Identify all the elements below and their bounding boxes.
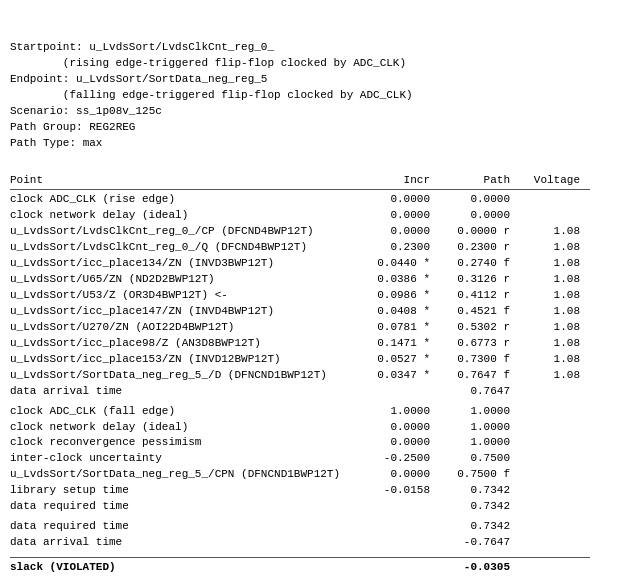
startpoint-detail: (rising edge-triggered flip-flop clocked…	[10, 57, 406, 69]
cell-path: -0.7647	[440, 535, 520, 551]
table-row: clock network delay (ideal)0.00001.0000	[10, 420, 622, 436]
cell-point: data required time	[10, 519, 350, 535]
col-point-header: Point	[10, 174, 350, 186]
cell-point: library setup time	[10, 483, 350, 499]
table-row: u_LvdsSort/LvdsClkCnt_reg_0_/CP (DFCND4B…	[10, 224, 622, 240]
table-row: clock ADC_CLK (fall edge)1.00001.0000	[10, 404, 622, 420]
cell-point: u_LvdsSort/U270/ZN (AOI22D4BWP12T)	[10, 320, 350, 336]
cell-incr: 0.0408 *	[350, 304, 440, 320]
cell-path: 0.7342	[440, 483, 520, 499]
path-type-value: max	[83, 137, 103, 149]
cell-incr	[350, 499, 440, 515]
cell-voltage	[520, 420, 580, 436]
cell-point: u_LvdsSort/SortData_neg_reg_5_/D (DFNCND…	[10, 368, 350, 384]
scenario-label: Scenario:	[10, 105, 69, 117]
cell-path: 0.7342	[440, 519, 520, 535]
table-row: u_LvdsSort/icc_place153/ZN (INVD12BWP12T…	[10, 352, 622, 368]
cell-path: 0.7500 f	[440, 467, 520, 483]
cell-path: 0.0000	[440, 208, 520, 224]
startpoint-label: Startpoint:	[10, 41, 83, 53]
table-row: u_LvdsSort/U65/ZN (ND2D2BWP12T)0.0386 *0…	[10, 272, 622, 288]
table-row: u_LvdsSort/U270/ZN (AOI22D4BWP12T)0.0781…	[10, 320, 622, 336]
cell-path: 0.7342	[440, 499, 520, 515]
cell-path: 0.7500	[440, 451, 520, 467]
table-row: u_LvdsSort/icc_place134/ZN (INVD3BWP12T)…	[10, 256, 622, 272]
endpoint-value: u_LvdsSort/SortData_neg_reg_5	[76, 73, 267, 85]
cell-incr: 0.0000	[350, 208, 440, 224]
cell-point: clock network delay (ideal)	[10, 208, 350, 224]
cell-voltage: 1.08	[520, 368, 580, 384]
table-row: clock reconvergence pessimism0.00001.000…	[10, 435, 622, 451]
cell-point: data required time	[10, 499, 350, 515]
table-row: clock network delay (ideal)0.00000.0000	[10, 208, 622, 224]
table-row: u_LvdsSort/SortData_neg_reg_5_/D (DFNCND…	[10, 368, 622, 384]
cell-voltage: 1.08	[520, 304, 580, 320]
cell-voltage: 1.08	[520, 272, 580, 288]
cell-path: 0.0000	[440, 192, 520, 208]
cell-voltage: 1.08	[520, 320, 580, 336]
cell-voltage: 1.08	[520, 352, 580, 368]
cell-incr	[350, 535, 440, 551]
cell-point: data arrival time	[10, 384, 350, 400]
cell-voltage: 1.08	[520, 336, 580, 352]
scenario-val: ss_1p08v_125c	[76, 105, 162, 117]
cell-incr	[350, 519, 440, 535]
col-incr-header: Incr	[350, 174, 440, 186]
row-spacer	[10, 551, 622, 555]
col-path-header: Path	[440, 174, 520, 186]
path-group-label: Path Group:	[10, 121, 83, 133]
cell-incr: 0.0347 *	[350, 368, 440, 384]
endpoint-label: Endpoint:	[10, 73, 69, 85]
cell-incr: 0.0386 *	[350, 272, 440, 288]
cell-incr: 0.0986 *	[350, 288, 440, 304]
slack-row: slack (VIOLATED) -0.0305	[10, 560, 622, 574]
cell-incr: 0.2300	[350, 240, 440, 256]
slack-incr	[350, 561, 440, 573]
cell-path: 0.2300 r	[440, 240, 520, 256]
cell-voltage	[520, 435, 580, 451]
cell-voltage	[520, 535, 580, 551]
cell-path: 0.3126 r	[440, 272, 520, 288]
cell-point: data arrival time	[10, 535, 350, 551]
cell-incr: 0.0000	[350, 435, 440, 451]
table-row: u_LvdsSort/SortData_neg_reg_5_/CPN (DFNC…	[10, 467, 622, 483]
cell-path: 0.7300 f	[440, 352, 520, 368]
slack-label: slack (VIOLATED)	[10, 561, 350, 573]
divider-bottom	[10, 557, 590, 558]
cell-point: u_LvdsSort/LvdsClkCnt_reg_0_/CP (DFCND4B…	[10, 224, 350, 240]
cell-incr	[350, 384, 440, 400]
table-row: library setup time-0.01580.7342	[10, 483, 622, 499]
cell-voltage: 1.08	[520, 240, 580, 256]
cell-incr: 0.1471 *	[350, 336, 440, 352]
cell-voltage	[520, 208, 580, 224]
cell-point: u_LvdsSort/SortData_neg_reg_5_/CPN (DFNC…	[10, 467, 350, 483]
cell-voltage	[520, 404, 580, 420]
cell-voltage	[520, 451, 580, 467]
table-row: data required time0.7342	[10, 519, 622, 535]
cell-point: clock ADC_CLK (fall edge)	[10, 404, 350, 420]
table-row: u_LvdsSort/icc_place98/Z (AN3D8BWP12T)0.…	[10, 336, 622, 352]
cell-path: 1.0000	[440, 435, 520, 451]
cell-incr: -0.2500	[350, 451, 440, 467]
cell-voltage	[520, 483, 580, 499]
cell-path: 0.2740 f	[440, 256, 520, 272]
cell-path: 0.0000 r	[440, 224, 520, 240]
table-header: Point Incr Path Voltage	[10, 173, 622, 187]
cell-point: inter-clock uncertainty	[10, 451, 350, 467]
col-voltage-header: Voltage	[520, 174, 580, 186]
header-section: Startpoint: u_LvdsSort/LvdsClkCnt_reg_0_…	[10, 24, 622, 152]
cell-point: u_LvdsSort/icc_place147/ZN (INVD4BWP12T)	[10, 304, 350, 320]
cell-point: u_LvdsSort/icc_place98/Z (AN3D8BWP12T)	[10, 336, 350, 352]
cell-incr: 0.0527 *	[350, 352, 440, 368]
table-row: clock ADC_CLK (rise edge)0.00000.0000	[10, 192, 622, 208]
slack-value: -0.0305	[440, 561, 520, 573]
cell-incr: 1.0000	[350, 404, 440, 420]
cell-incr: 0.0000	[350, 224, 440, 240]
table-row: u_LvdsSort/LvdsClkCnt_reg_0_/Q (DFCND4BW…	[10, 240, 622, 256]
table-row: inter-clock uncertainty-0.25000.7500	[10, 451, 622, 467]
cell-path: 0.5302 r	[440, 320, 520, 336]
cell-path: 1.0000	[440, 404, 520, 420]
cell-point: u_LvdsSort/LvdsClkCnt_reg_0_/Q (DFCND4BW…	[10, 240, 350, 256]
table-body: clock ADC_CLK (rise edge)0.00000.0000clo…	[10, 192, 622, 555]
table-row: data required time0.7342	[10, 499, 622, 515]
